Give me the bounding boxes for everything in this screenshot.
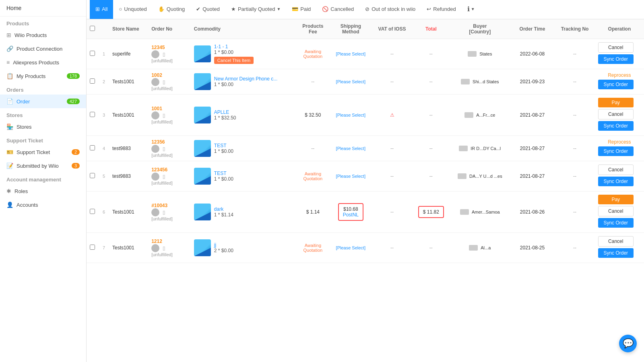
operation-cell: PayCancelSync Order bbox=[595, 95, 644, 136]
chat-fab-button[interactable]: 💬 bbox=[619, 335, 637, 352]
tabs-bar: ⊞ All ○ Unquoted ✋ Quoting ✔ Quoted ★ Pa… bbox=[87, 0, 644, 19]
partially-quoted-dropdown-icon: ▼ bbox=[277, 7, 281, 11]
cancel-button[interactable]: Cancel bbox=[598, 42, 634, 53]
shipping-select[interactable]: [Please Select] bbox=[336, 79, 365, 84]
order-number-link[interactable]: #10043 bbox=[151, 203, 188, 208]
cancel-this-item-button[interactable]: Cancel This Item bbox=[214, 57, 254, 64]
product-name-link[interactable]: jj bbox=[214, 242, 233, 248]
order-number-link[interactable]: 1212 bbox=[151, 239, 188, 244]
shipping-select[interactable]: [Please Select] bbox=[336, 146, 365, 151]
row-checkbox[interactable] bbox=[90, 51, 95, 56]
cancel-button[interactable]: Cancel bbox=[598, 236, 634, 247]
clipboard-icon: 📋 bbox=[6, 73, 13, 79]
order-number-link[interactable]: 12356 bbox=[151, 139, 188, 145]
sidebar-section-products: Products bbox=[0, 16, 86, 28]
total-dash: -- bbox=[429, 173, 433, 179]
row-checkbox[interactable] bbox=[90, 245, 95, 250]
buyer-country-cell: IR D...DY Ca...l bbox=[450, 136, 510, 161]
orders-table: Store Name Order No Commodity ProductsFe… bbox=[87, 19, 644, 263]
reprocess-button[interactable]: Reprocess bbox=[598, 72, 641, 78]
shipping-select[interactable]: [Please Select] bbox=[336, 51, 365, 56]
products-fee-value: $ 32.50 bbox=[305, 112, 321, 118]
shipping-select[interactable]: [Please Select] bbox=[336, 245, 365, 250]
tab-partially-quoted[interactable]: ★ Partially Quoted ▼ bbox=[225, 0, 286, 19]
shipping-select[interactable]: [Please Select] bbox=[336, 174, 365, 179]
pay-button[interactable]: Pay bbox=[598, 195, 634, 204]
sidebar-item-product-connection[interactable]: 🔗 Product Connection bbox=[0, 42, 86, 56]
sync-order-button[interactable]: Sync Order bbox=[598, 121, 634, 131]
row-checkbox[interactable] bbox=[90, 112, 95, 117]
sidebar-label-accounts: Accounts bbox=[17, 202, 38, 208]
product-name-link[interactable]: APLLE bbox=[214, 109, 236, 115]
product-name-link[interactable]: TEST bbox=[214, 171, 233, 176]
sidebar-item-order[interactable]: 📄 Order 427 bbox=[0, 95, 86, 108]
sidebar-section-stores: Stores bbox=[0, 108, 86, 120]
sync-order-button[interactable]: Sync Order bbox=[598, 177, 634, 186]
sync-order-button[interactable]: Sync Order bbox=[598, 80, 634, 89]
product-name-link[interactable]: dark bbox=[214, 206, 233, 212]
order-number-link[interactable]: 1002 bbox=[151, 72, 188, 78]
select-all-checkbox[interactable] bbox=[90, 26, 95, 31]
row-checkbox[interactable] bbox=[90, 78, 95, 84]
order-number-link[interactable]: 12345 bbox=[151, 45, 188, 50]
sidebar-section-support: Support Ticket bbox=[0, 134, 86, 145]
sidebar-item-my-products[interactable]: 📋 My Products 178 bbox=[0, 69, 86, 83]
vat-ioss-cell: -- bbox=[372, 233, 412, 263]
product-name-link[interactable]: TEST bbox=[214, 143, 233, 148]
chat-fab-icon: 💬 bbox=[623, 338, 634, 349]
tab-unquoted[interactable]: ○ Unquoted bbox=[113, 0, 152, 19]
vat-dash: -- bbox=[390, 173, 394, 179]
vat-dash: -- bbox=[390, 245, 394, 251]
awaiting-quotation: AwaitingQuotation bbox=[299, 171, 326, 181]
sidebar-home[interactable]: Home bbox=[0, 0, 86, 16]
sidebar-item-roles[interactable]: ✱ Roles bbox=[0, 184, 86, 198]
vat-warning-icon[interactable]: ⚠ bbox=[390, 112, 394, 118]
row-checkbox[interactable] bbox=[90, 209, 95, 214]
vat-ioss-cell: -- bbox=[372, 39, 412, 69]
cancel-button[interactable]: Cancel bbox=[598, 109, 634, 119]
tab-refunded[interactable]: ↩ Refunded bbox=[421, 0, 461, 19]
sidebar: Home Products ⊞ Wiio Products 🔗 Product … bbox=[0, 0, 87, 362]
sidebar-item-support-ticket[interactable]: 🎫 Support Ticket 2 bbox=[0, 145, 86, 159]
roles-icon: ✱ bbox=[6, 188, 11, 194]
tab-quoting[interactable]: ✋ Quoting bbox=[153, 0, 191, 19]
order-bracket: [] bbox=[163, 246, 165, 251]
sync-order-button[interactable]: Sync Order bbox=[598, 54, 634, 64]
row-number: 7 bbox=[99, 233, 109, 263]
order-bracket: [] bbox=[163, 174, 165, 179]
shipping-select[interactable]: [Please Select] bbox=[336, 113, 365, 117]
support-ticket-badge: 2 bbox=[72, 149, 80, 155]
col-header-operation: Operation bbox=[595, 19, 644, 39]
sync-order-button[interactable]: Sync Order bbox=[598, 146, 634, 156]
col-header-order: Order No bbox=[148, 19, 191, 39]
tab-paid[interactable]: 💳 Paid bbox=[286, 0, 316, 19]
sync-order-button[interactable]: Sync Order bbox=[598, 248, 634, 258]
tab-quoted[interactable]: ✔ Quoted bbox=[190, 0, 225, 19]
vat-dash: -- bbox=[390, 51, 394, 57]
reprocess-button[interactable]: Reprocess bbox=[598, 139, 641, 145]
cancel-button[interactable]: Cancel bbox=[598, 165, 634, 175]
pay-button[interactable]: Pay bbox=[598, 98, 634, 107]
cancel-button[interactable]: Cancel bbox=[598, 206, 634, 216]
table-row: 6 Tests1001 #10043 [] [unfulfilled] dark… bbox=[87, 191, 644, 233]
shipping-carrier: PostNL bbox=[343, 212, 359, 218]
sync-order-button[interactable]: Sync Order bbox=[598, 218, 634, 228]
tab-all[interactable]: ⊞ All bbox=[90, 0, 113, 19]
sidebar-item-stores[interactable]: 🏪 Stores bbox=[0, 120, 86, 134]
submitted-icon: 📝 bbox=[6, 162, 13, 169]
sidebar-item-accounts[interactable]: 👤 Accounts bbox=[0, 198, 86, 212]
tab-cancelled[interactable]: 🚫 Cancelled bbox=[316, 0, 359, 19]
row-checkbox[interactable] bbox=[90, 145, 95, 150]
tab-info[interactable]: ℹ ▼ bbox=[462, 0, 481, 19]
tab-out-of-stock[interactable]: ⊘ Out of stock in wiio bbox=[359, 0, 421, 19]
sidebar-item-aliexpress-products[interactable]: ≡ Aliexpress Products bbox=[0, 56, 86, 69]
sidebar-item-submitted-by-wiio[interactable]: 📝 Submitted by Wiio 3 bbox=[0, 159, 86, 173]
product-name-link[interactable]: 1-1 - 1 bbox=[214, 44, 254, 49]
product-name-link[interactable]: New Armor Design Phone c... bbox=[214, 76, 277, 82]
sidebar-item-wiio-products[interactable]: ⊞ Wiio Products bbox=[0, 28, 86, 42]
order-number-link[interactable]: 1001 bbox=[151, 106, 188, 111]
my-products-badge: 178 bbox=[67, 73, 80, 79]
order-number-link[interactable]: 123456 bbox=[151, 167, 188, 173]
row-checkbox[interactable] bbox=[90, 173, 95, 178]
quoting-tab-icon: ✋ bbox=[158, 6, 165, 12]
